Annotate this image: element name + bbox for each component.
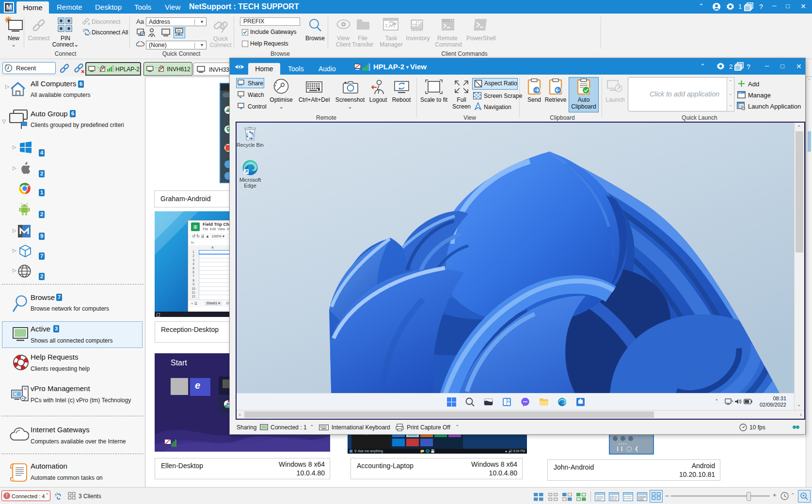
svg-text:255.: 255.: [176, 30, 182, 32]
